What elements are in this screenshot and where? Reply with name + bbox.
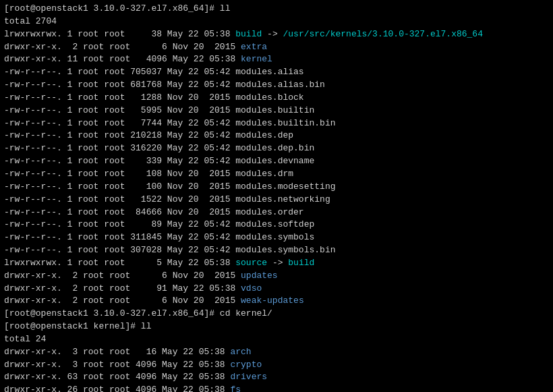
terminal: [root@openstack1 3.10.0-327.el7.x86_64]#… [0,0,553,392]
terminal-line: -rw-r--r--. 1 root root 1522 Nov 20 2015… [4,194,549,206]
terminal-line: -rw-r--r--. 1 root root 84666 Nov 20 201… [4,206,549,219]
terminal-line: -rw-r--r--. 1 root root 210218 May 22 05… [4,130,549,142]
terminal-line: -rw-r--r--. 1 root root 5995 Nov 20 2015… [4,105,549,117]
terminal-line: -rw-r--r--. 1 root root 705037 May 22 05… [4,66,549,79]
terminal-line: drwxr-xr-x. 3 root root 4096 May 22 05:3… [4,359,549,372]
terminal-line: drwxr-xr-x. 2 root root 6 Nov 20 2015 ex… [4,41,549,54]
terminal-line: total 2704 [4,16,549,28]
terminal-line: -rw-r--r--. 1 root root 7744 May 22 05:4… [4,117,549,130]
terminal-line: [root@openstack1 3.10.0-327.el7.x86_64]#… [4,308,549,320]
terminal-line: [root@openstack1 3.10.0-327.el7.x86_64]#… [4,3,549,16]
terminal-line: -rw-r--r--. 1 root root 681768 May 22 05… [4,79,549,92]
terminal-line: -rw-r--r--. 1 root root 100 Nov 20 2015 … [4,181,549,194]
terminal-line: -rw-r--r--. 1 root root 108 Nov 20 2015 … [4,168,549,181]
terminal-line: -rw-r--r--. 1 root root 311845 May 22 05… [4,231,549,244]
terminal-line: -rw-r--r--. 1 root root 307028 May 22 05… [4,244,549,257]
terminal-line: -rw-r--r--. 1 root root 1288 Nov 20 2015… [4,92,549,105]
terminal-line: lrwxrwxrwx. 1 root root 38 May 22 05:38 … [4,28,549,41]
terminal-line: drwxr-xr-x. 2 root root 6 Nov 20 2015 up… [4,270,549,283]
terminal-line: drwxr-xr-x. 26 root root 4096 May 22 05:… [4,384,549,392]
terminal-line: drwxr-xr-x. 2 root root 91 May 22 05:38 … [4,283,549,296]
terminal-line: -rw-r--r--. 1 root root 339 May 22 05:42… [4,155,549,168]
terminal-line: drwxr-xr-x. 2 root root 6 Nov 20 2015 we… [4,295,549,308]
terminal-line: lrwxrwxrwx. 1 root root 5 May 22 05:38 s… [4,257,549,270]
terminal-line: drwxr-xr-x. 11 root root 4096 May 22 05:… [4,53,549,66]
terminal-line: drwxr-xr-x. 3 root root 16 May 22 05:38 … [4,346,549,359]
terminal-line: total 24 [4,333,549,346]
terminal-line: -rw-r--r--. 1 root root 89 May 22 05:42 … [4,219,549,231]
terminal-line: -rw-r--r--. 1 root root 316220 May 22 05… [4,142,549,155]
terminal-line: [root@openstack1 kernel]# ll [4,320,549,333]
terminal-line: drwxr-xr-x. 63 root root 4096 May 22 05:… [4,371,549,384]
